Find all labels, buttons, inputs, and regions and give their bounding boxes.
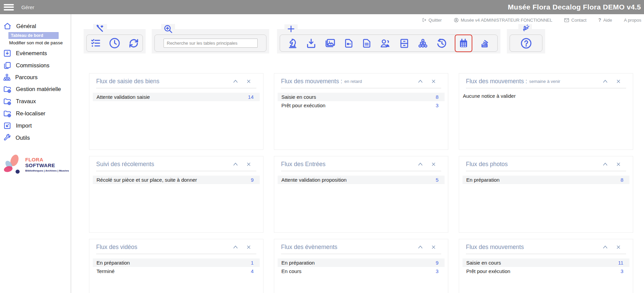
toolbar-import-notice-button[interactable]: [305, 38, 317, 49]
sidebar-item-outils[interactable]: Outils: [0, 132, 71, 143]
toolbar-group-help: [507, 29, 545, 53]
close-button[interactable]: [616, 79, 621, 84]
close-button[interactable]: [246, 245, 251, 249]
card-row[interactable]: Attente validation proposition 5: [278, 176, 445, 184]
about-link[interactable]: A propos: [624, 18, 641, 23]
row-count-link[interactable]: 14: [248, 94, 254, 100]
toolbar-thesaurus-button[interactable]: [417, 38, 429, 49]
help-link[interactable]: ? Aide: [598, 17, 612, 23]
toolbar-refresh-button[interactable]: [128, 38, 139, 49]
collapse-button[interactable]: [233, 245, 238, 249]
sidebar-item-import[interactable]: Import: [0, 120, 71, 131]
collapse-button[interactable]: [418, 79, 423, 84]
card-row[interactable]: Saisie en cours 8: [278, 93, 445, 101]
top-bar: Gérer Musée Flora Decalog Flora DEMO v4.…: [0, 0, 644, 14]
sidebar-item-travaux[interactable]: Travaux: [0, 96, 71, 107]
card-row[interactable]: Prêt pour exécution 3: [463, 267, 629, 275]
row-count-link[interactable]: 3: [436, 268, 438, 274]
sidebar-item-evenements[interactable]: Evènements: [0, 48, 71, 59]
collapse-button[interactable]: [233, 79, 238, 84]
collapse-button[interactable]: [418, 245, 423, 249]
toolbar-contacts-button[interactable]: [379, 38, 391, 49]
toolbar-storage-button[interactable]: [399, 38, 410, 49]
sidebar-item-gestion-materielle[interactable]: Gestion matérielle: [0, 84, 71, 95]
card-flux-photos: Flux des photos En préparation 8: [459, 156, 633, 233]
close-icon: [246, 245, 251, 249]
sidebar-item-parcours[interactable]: Parcours: [0, 72, 71, 83]
row-count-link[interactable]: 9: [436, 260, 438, 266]
toolbar-checklist-button[interactable]: [90, 38, 101, 49]
toolbar-object-button[interactable]: [287, 38, 298, 49]
row-count-link[interactable]: 1: [251, 260, 254, 266]
row-count-link[interactable]: 4: [251, 268, 254, 274]
sidebar-item-general[interactable]: Général: [0, 20, 71, 32]
toolbar-clock-button[interactable]: [109, 37, 121, 49]
sidebar-item-modifier-mot-de-passe[interactable]: Modifier son mot de passe: [8, 39, 71, 46]
sidebar-item-tableau-de-bord[interactable]: Tableau de bord: [8, 32, 59, 39]
card-row[interactable]: En préparation 1: [93, 258, 260, 267]
menu-label[interactable]: Gérer: [21, 4, 34, 10]
card-row[interactable]: Prêt pour exécution 3: [278, 101, 445, 110]
logo-primary: FLORA: [25, 157, 43, 162]
collapse-button[interactable]: [233, 162, 238, 166]
search-input[interactable]: [164, 39, 258, 48]
toolbar-group-create: [277, 29, 500, 53]
cluster-icon: [417, 38, 429, 49]
row-count-link[interactable]: 9: [251, 177, 254, 183]
toolbar-photos-button[interactable]: [324, 38, 336, 49]
card-row[interactable]: En cours 3: [278, 267, 445, 275]
collapse-button[interactable]: [603, 245, 608, 249]
quit-link[interactable]: Quitter: [422, 18, 442, 23]
row-count-link[interactable]: 8: [621, 177, 623, 183]
chevron-up-icon: [418, 245, 423, 249]
people-icon: [379, 38, 391, 49]
close-button[interactable]: [246, 162, 251, 166]
close-button[interactable]: [246, 79, 251, 84]
close-button[interactable]: [616, 162, 621, 166]
clock-icon: [109, 37, 121, 49]
toolbar-help-button[interactable]: [520, 37, 532, 49]
card-flux-evenements: Flux des évènements En préparation 9 En …: [274, 239, 448, 293]
sidebar-item-commissions[interactable]: Commissions: [0, 60, 71, 71]
zoom-in-icon: [163, 24, 173, 34]
download-tray-icon: [305, 38, 317, 49]
toolbar-calendar-button[interactable]: [458, 44, 469, 50]
hamburger-menu-icon[interactable]: [4, 4, 14, 10]
card-row[interactable]: En préparation 8: [463, 176, 629, 184]
logo-secondary: SOFTWARE: [25, 162, 55, 168]
row-count-link[interactable]: 8: [436, 94, 438, 100]
toolbar-documents-button[interactable]: [361, 38, 372, 49]
contact-link[interactable]: Contact: [564, 18, 586, 23]
collapse-button[interactable]: [603, 79, 608, 84]
sidebar-item-relocaliser[interactable]: Re-localiser: [0, 108, 71, 119]
sidebar: Général Tableau de bord Modifier son mot…: [0, 14, 71, 293]
close-button[interactable]: [616, 245, 621, 249]
card-row[interactable]: Attente validation saisie 14: [93, 93, 260, 101]
close-icon: [246, 162, 251, 166]
card-row[interactable]: Terminé 4: [93, 267, 260, 275]
row-count-link[interactable]: 11: [618, 260, 623, 266]
row-count-link[interactable]: 5: [436, 177, 438, 183]
card-title: Suivi des récolements: [96, 161, 154, 168]
card-title: Flux de saisie des biens: [96, 78, 159, 85]
hand-gesture-icon: [520, 24, 530, 33]
import-icon: [3, 121, 12, 130]
row-count-link[interactable]: 3: [621, 268, 623, 274]
plus-icon: [286, 24, 296, 33]
toolbar-videos-button[interactable]: [343, 38, 354, 49]
account-link[interactable]: Musée v4 ADMINISTRATEUR FONCTIONNEL: [454, 18, 553, 23]
card-row[interactable]: Récolé sur pièce et sur place, suite à d…: [93, 176, 260, 184]
collapse-button[interactable]: [418, 162, 423, 166]
close-icon: [431, 79, 436, 84]
card-row[interactable]: Saisie en cours 11: [463, 258, 629, 267]
close-button[interactable]: [431, 79, 436, 84]
toolbar-history-button[interactable]: [436, 37, 448, 49]
close-button[interactable]: [431, 162, 436, 166]
close-button[interactable]: [431, 245, 436, 249]
collapse-button[interactable]: [603, 162, 608, 166]
row-count-link[interactable]: 3: [436, 103, 438, 108]
tools-icon: [95, 24, 105, 34]
card-title: Flux des mouvements: [466, 244, 524, 251]
card-row[interactable]: En préparation 9: [278, 258, 445, 267]
toolbar-batch-button[interactable]: [479, 38, 491, 49]
